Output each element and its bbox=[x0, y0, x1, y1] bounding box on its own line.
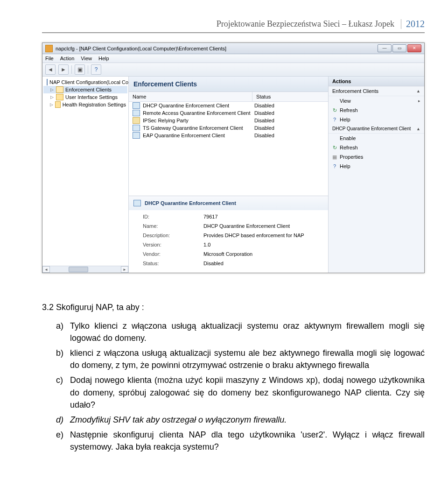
client-name: Remote Access Quarantine Enforcement Cli… bbox=[143, 110, 251, 116]
help-button[interactable]: ? bbox=[91, 64, 101, 75]
tree-label: Enforcement Clients bbox=[65, 87, 112, 92]
item-label: d) bbox=[56, 414, 63, 426]
detail-row: Version:1.0 bbox=[143, 240, 323, 249]
collapse-icon[interactable]: ▲ bbox=[416, 89, 420, 93]
list-item[interactable]: IPSec Relying PartyDisabled bbox=[129, 117, 328, 124]
app-icon bbox=[45, 45, 53, 52]
nav-tree[interactable]: NAP Client Configuration(Local Compu ▷ E… bbox=[42, 77, 129, 273]
back-button[interactable]: ◄ bbox=[45, 64, 56, 75]
detail-panel: DHCP Quarantine Enforcement Client ID:79… bbox=[129, 196, 328, 273]
list-item[interactable]: TS Gateway Quarantine Enforcement Client… bbox=[129, 124, 328, 132]
detail-key: Name: bbox=[143, 223, 203, 229]
tree-item-enforcement[interactable]: ▷ Enforcement Clients bbox=[43, 86, 127, 93]
item-text: Zmodyfikuj SHV tak aby ostrzegał o wyłąc… bbox=[70, 415, 287, 424]
list-item: c)Dodaj nowego klienta (można użyć kopii… bbox=[56, 374, 425, 410]
column-headers[interactable]: Name Status bbox=[129, 92, 328, 102]
menu-view[interactable]: View bbox=[81, 56, 92, 61]
expand-icon[interactable]: ▷ bbox=[50, 87, 54, 92]
action-label: Help bbox=[340, 117, 350, 122]
folder-open-icon bbox=[56, 86, 63, 93]
window-title: napclcfg - [NAP Client Configuration(Loc… bbox=[56, 46, 226, 51]
action-refresh[interactable]: ↻ Refresh bbox=[329, 106, 424, 115]
group-heading-label: Enforcement Clients bbox=[332, 88, 378, 94]
scroll-left-icon[interactable]: ◄ bbox=[42, 266, 50, 273]
refresh-icon: ↻ bbox=[331, 144, 338, 151]
detail-row: Status:Disabled bbox=[143, 259, 323, 268]
item-text: Tylko klienci z włączona usługą aktualiz… bbox=[70, 321, 425, 343]
header-year: 2012 bbox=[406, 19, 425, 29]
action-view[interactable]: View ▸ bbox=[329, 96, 424, 106]
collapse-icon[interactable]: ▲ bbox=[416, 127, 420, 131]
detail-value: DHCP Quarantine Enforcement Client bbox=[203, 223, 290, 229]
menubar: File Action View Help bbox=[42, 54, 424, 63]
shield-icon bbox=[133, 117, 140, 124]
tree-item-health[interactable]: ▷ Health Registration Settings bbox=[43, 101, 127, 108]
col-name[interactable]: Name bbox=[129, 92, 252, 101]
scroll-right-icon[interactable]: ► bbox=[121, 266, 128, 273]
submenu-icon: ▸ bbox=[418, 99, 420, 103]
client-name: IPSec Relying Party bbox=[143, 118, 189, 123]
detail-title: DHCP Quarantine Enforcement Client bbox=[145, 200, 236, 206]
detail-value: 79617 bbox=[203, 214, 218, 219]
action-label: Enable bbox=[340, 135, 356, 141]
actions-group1-heading[interactable]: Enforcement Clients ▲ bbox=[329, 86, 424, 96]
detail-row: ID:79617 bbox=[143, 212, 323, 221]
item-label: c) bbox=[56, 374, 63, 386]
up-button[interactable]: ▣ bbox=[75, 64, 85, 75]
toolbar-sep bbox=[88, 65, 88, 74]
titlebar: napclcfg - [NAP Client Configuration(Loc… bbox=[42, 43, 424, 54]
action-properties[interactable]: ▦ Properties bbox=[329, 152, 424, 162]
tree-label: Health Registration Settings bbox=[63, 102, 126, 107]
tree-label: User Interface Settings bbox=[65, 94, 118, 100]
menu-file[interactable]: File bbox=[45, 56, 54, 61]
expand-icon[interactable]: ▷ bbox=[50, 102, 53, 107]
actions-group2-heading[interactable]: DHCP Quarantine Enforcement Client ▲ bbox=[329, 124, 424, 134]
client-name: DHCP Quarantine Enforcement Client bbox=[143, 103, 229, 108]
minimize-button[interactable]: — bbox=[378, 44, 392, 52]
action-help[interactable]: ? Help bbox=[329, 115, 424, 124]
client-status: Disabled bbox=[254, 125, 324, 131]
app-window: napclcfg - [NAP Client Configuration(Loc… bbox=[42, 42, 425, 273]
list-item: d)Zmodyfikuj SHV tak aby ostrzegał o wył… bbox=[56, 414, 425, 426]
action-help2[interactable]: ? Help bbox=[329, 162, 424, 171]
maximize-button[interactable]: ▭ bbox=[392, 44, 406, 52]
list-item: b)klienci z włączona usługą aktualizacji… bbox=[56, 347, 425, 371]
group-heading-label: DHCP Quarantine Enforcement Client bbox=[332, 126, 411, 131]
action-refresh2[interactable]: ↻ Refresh bbox=[329, 143, 424, 152]
list-item[interactable]: DHCP Quarantine Enforcement ClientDisabl… bbox=[129, 102, 328, 109]
client-icon bbox=[133, 110, 140, 116]
detail-value: 1.0 bbox=[203, 242, 210, 247]
client-icon bbox=[133, 125, 140, 131]
tree-scrollbar[interactable]: ◄ ► bbox=[42, 266, 128, 273]
section-heading: 3.2 Skofiguruj NAP, ta aby : bbox=[42, 301, 425, 313]
details-pane: Enforcement Clients Name Status DHCP Qua… bbox=[129, 77, 329, 273]
pane-heading: Enforcement Clients bbox=[129, 77, 328, 92]
header-rule bbox=[42, 32, 425, 33]
client-status: Disabled bbox=[254, 118, 324, 123]
client-icon bbox=[133, 200, 141, 206]
list-item[interactable]: Remote Access Quarantine Enforcement Cli… bbox=[129, 109, 328, 117]
menu-help[interactable]: Help bbox=[98, 56, 109, 61]
client-name: TS Gateway Quarantine Enforcement Client bbox=[143, 125, 243, 131]
expand-icon[interactable]: ▷ bbox=[50, 95, 54, 99]
item-text: klienci z włączona usługą aktualizacji s… bbox=[70, 348, 425, 370]
list-item[interactable]: EAP Quarantine Enforcement ClientDisable… bbox=[129, 132, 328, 139]
forward-button[interactable]: ► bbox=[58, 64, 69, 75]
action-label: Help bbox=[340, 163, 350, 169]
item-text: Następnie skonfiguruj clienta NAP dla te… bbox=[70, 430, 425, 452]
detail-row: Vendor:Microsoft Corporation bbox=[143, 249, 323, 259]
actions-title: Actions bbox=[329, 77, 424, 86]
detail-key: Version: bbox=[143, 242, 203, 247]
menu-action[interactable]: Action bbox=[60, 56, 75, 61]
client-status: Disabled bbox=[254, 133, 324, 138]
item-text: Dodaj nowego klienta (można użyć kopii m… bbox=[70, 375, 425, 409]
tree-root[interactable]: NAP Client Configuration(Local Compu bbox=[43, 78, 127, 86]
action-label: Refresh bbox=[340, 107, 358, 113]
close-button[interactable]: ✕ bbox=[407, 44, 421, 52]
client-name: EAP Quarantine Enforcement Client bbox=[143, 133, 225, 138]
col-status[interactable]: Status bbox=[252, 92, 328, 101]
list-item: e)Następnie skonfiguruj clienta NAP dla … bbox=[56, 429, 425, 453]
scroll-thumb[interactable] bbox=[69, 267, 88, 272]
action-enable[interactable]: Enable bbox=[329, 134, 424, 143]
tree-item-ui[interactable]: ▷ User Interface Settings bbox=[43, 93, 127, 101]
